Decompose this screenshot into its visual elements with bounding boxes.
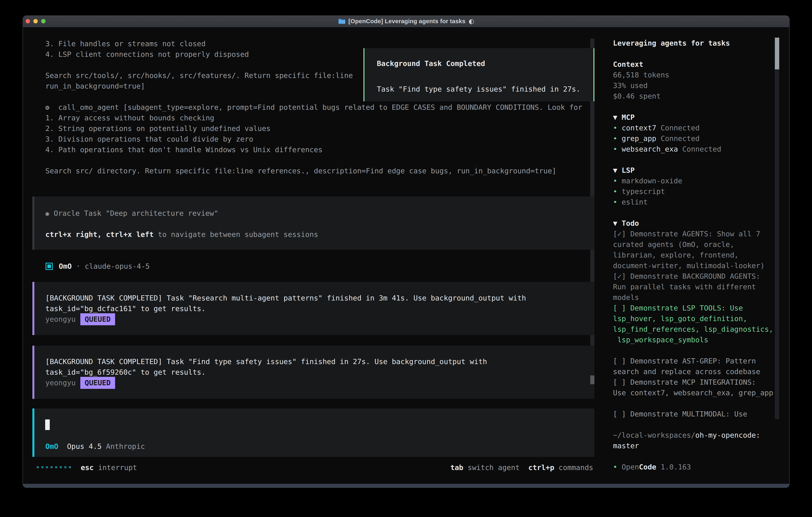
todo-item-line: models [613,292,639,303]
message-meta: yeongyu QUEUED [46,377,115,388]
todo-item-line: Use context7, websearch_exa, grep_app [613,387,773,398]
chat-line: Search src/ directory. Return specific f… [46,166,556,176]
context-heading: Context [613,59,643,70]
chat-line: Search src/tools/, src/hooks/, src/featu… [46,70,353,81]
window-controls [26,16,46,27]
minimize-button[interactable] [33,19,38,23]
chat-line: run_in_background=true] [46,81,145,91]
agent-header: OmO · claude-opus-4-5 [59,261,150,272]
todo-item-line: [✓] Demonstrate AGENTS: Show all 7 [613,228,760,239]
chat-line: 2. String operations on potentially unde… [46,123,270,134]
mcp-item: • context7 Connected [613,123,700,133]
workspace-branch: master [613,440,639,451]
statusbar-right: tab switch agent ctrl+p commands [451,462,593,473]
chat-line: 1. Array access without bounds checking [46,113,214,123]
zoom-button[interactable] [41,19,46,23]
todo-item-line: document-writer, multimodal-looker) [613,260,765,271]
todo-item-line: [✓] Demonstrate BACKGROUND AGENTS: [613,271,760,281]
terminal-window: [OpenCode] Leveraging agents for tasks ◐… [23,16,790,488]
message-text: task_id="bg_6f59260c" to get results. [46,367,206,377]
window-titlebar: [OpenCode] Leveraging agents for tasks ◐ [23,16,790,27]
window-border-left [23,27,23,488]
todo-item-line: librarian, explore, frontend, [613,250,739,260]
chat-line: 3. Division operations that could divide… [46,134,253,144]
lsp-item: • markdown-oxide [613,175,682,186]
status-badge: QUEUED [80,313,115,325]
todo-item-line: curated agents (OmO, oracle, [613,239,734,250]
message-author: yeongyu [46,314,76,324]
text-cursor [45,419,50,430]
todo-item-line: [ ] Demonstrate MCP INTEGRATIONS: [613,377,756,387]
lsp-item: • typescript [613,186,665,197]
window-border-bottom [23,484,790,488]
mcp-item: • websearch_exa Connected [613,144,721,154]
chat-line: 4. Path operations that don't handle Win… [46,144,322,155]
mcp-item: • grep_app Connected [613,133,700,144]
window-title: [OpenCode] Leveraging agents for tasks [348,18,466,25]
todo-item-line: [ ] Demonstrate AST-GREP: Pattern [613,356,756,366]
chat-line: 3. File handles or streams not closed [46,38,206,49]
context-spent: $0.46 spent [613,91,661,101]
agent-icon [46,263,53,270]
message-text: [BACKGROUND TASK COMPLETED] Task "Find t… [46,356,487,367]
todo-item-line-active: lsp_find_references, lsp_diagnostics, [613,324,773,334]
sidebar-scrollbar-thumb[interactable] [775,37,779,70]
context-used: 33% used [613,80,647,91]
context-tokens: 66,518 tokens [613,70,669,80]
todo-item-line-active: [ ] Demonstrate LSP TOOLS: Use [613,303,743,313]
todo-item-line-active: lsp_workspace_symbols [613,334,708,345]
todo-item-line-active: lsp_hover, lsp_goto_definition, [613,313,747,324]
workspace-path: ~/local-workspaces/oh-my-opencode: [613,430,760,440]
chat-scrollbar-thumb[interactable] [590,376,594,384]
tool-call-line: ⚙ call_omo_agent [subagent_type=explore,… [46,102,582,113]
oracle-task-title: ◉Oracle Task "Deep architecture review" [46,208,219,219]
chat-line: 4. LSP client connections not properly d… [46,49,249,60]
lsp-item: • eslint [613,197,647,207]
oracle-task-hint: ctrl+x right, ctrl+x left to navigate be… [46,229,318,240]
toast-body: Task "Find type safety issues" finished … [377,84,580,94]
message-meta: yeongyu QUEUED [46,314,115,324]
sidebar-scrollbar-track[interactable] [775,37,779,419]
close-button[interactable] [26,19,30,23]
input-model-line: OmO Opus 4.5 Anthropic [46,441,145,452]
todo-item-line: search and replace across codebase [613,366,760,377]
status-badge: QUEUED [80,377,115,389]
message-text: [BACKGROUND TASK COMPLETED] Task "Resear… [46,293,526,303]
message-text: task_id="bg_dcfac161" to get results. [46,303,206,314]
toast-notification: Background Task Completed Task "Find typ… [364,48,594,101]
oracle-status-icon: ◉ [46,208,54,219]
todo-item-line: Run parallel tasks with different [613,281,756,292]
session-state-icon: ◐ [469,18,474,25]
window-border-right [789,27,790,488]
oracle-task-box [32,196,594,250]
spinner-dots [37,466,71,468]
toast-title: Background Task Completed [377,58,485,69]
statusbar-left: esc interrupt [81,462,137,473]
folder-icon [338,18,346,24]
lsp-section-header[interactable]: ▼ LSP [613,165,635,175]
todo-section-header[interactable]: ▼ Todo [613,218,639,228]
message-author: yeongyu [46,377,76,388]
app-version: • OpenCode 1.0.163 [613,462,691,472]
todo-item-line: [ ] Demonstrate MULTIMODAL: Use [613,409,747,419]
mcp-section-header[interactable]: ▼ MCP [613,112,635,123]
session-title: Leveraging agents for tasks [613,38,730,48]
